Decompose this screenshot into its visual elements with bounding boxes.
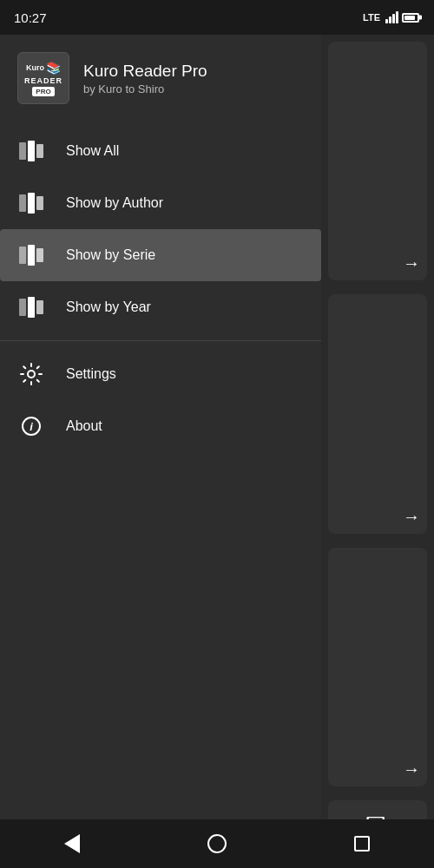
- show-all-icon: [17, 137, 45, 165]
- settings-gear-icon: [17, 360, 45, 388]
- show-by-author-label: Show by Author: [66, 195, 163, 211]
- status-time: 10:27: [14, 10, 47, 25]
- logo-pro-badge: PRO: [32, 87, 54, 96]
- lte-icon: LTE: [363, 12, 380, 23]
- menu-divider: [0, 340, 321, 341]
- svg-rect-6: [36, 144, 43, 158]
- svg-rect-8: [28, 193, 35, 214]
- logo-book-icon: 📚: [46, 61, 61, 75]
- show-all-label: Show All: [66, 143, 119, 159]
- svg-rect-9: [36, 196, 43, 210]
- app-subtitle: by Kuro to Shiro: [83, 82, 207, 95]
- logo-kuro-text: Kuro: [26, 63, 44, 72]
- info-circle-icon: i: [22, 417, 41, 436]
- svg-rect-14: [28, 297, 35, 318]
- status-bar: 10:27 LTE: [0, 0, 434, 35]
- menu-item-show-by-serie[interactable]: Show by Serie: [0, 229, 321, 281]
- recents-button[interactable]: [336, 826, 388, 861]
- arrow-icon-1: →: [403, 253, 420, 273]
- home-button[interactable]: [191, 826, 243, 861]
- content-card-3[interactable]: →: [328, 548, 427, 786]
- signal-icon: [385, 11, 398, 23]
- svg-rect-4: [19, 142, 26, 160]
- menu-item-settings[interactable]: Settings: [0, 348, 321, 400]
- svg-rect-13: [19, 299, 26, 316]
- main-content-right: → → →: [321, 35, 434, 868]
- about-label: About: [66, 418, 102, 434]
- logo-reader-text: READER: [24, 76, 62, 85]
- menu-item-about[interactable]: i About: [0, 400, 321, 452]
- svg-rect-5: [28, 141, 35, 161]
- drawer-menu: Show All Show by Author Sh: [0, 125, 321, 452]
- svg-rect-11: [28, 245, 35, 266]
- svg-rect-10: [19, 247, 26, 264]
- show-by-author-icon: [17, 189, 45, 217]
- show-by-year-icon: [17, 293, 45, 321]
- content-card-1[interactable]: →: [328, 42, 427, 280]
- show-by-serie-icon: [17, 241, 45, 269]
- svg-rect-7: [19, 194, 26, 212]
- menu-item-show-by-year[interactable]: Show by Year: [0, 281, 321, 333]
- back-icon: [64, 834, 80, 853]
- back-button[interactable]: [46, 826, 98, 861]
- bottom-navigation: [0, 819, 434, 868]
- show-by-year-label: Show by Year: [66, 299, 151, 315]
- home-icon: [207, 834, 227, 853]
- app-info: Kuro Reader Pro by Kuro to Shiro: [83, 62, 207, 95]
- menu-item-show-all[interactable]: Show All: [0, 125, 321, 177]
- content-card-2[interactable]: →: [328, 294, 427, 533]
- recents-icon: [354, 836, 370, 852]
- arrow-icon-3: →: [403, 760, 420, 779]
- about-info-icon: i: [17, 412, 45, 440]
- navigation-drawer: Kuro 📚 READER PRO Kuro Reader Pro by Kur…: [0, 35, 321, 868]
- app-logo: Kuro 📚 READER PRO: [17, 52, 69, 104]
- drawer-header: Kuro 📚 READER PRO Kuro Reader Pro by Kur…: [0, 35, 321, 122]
- arrow-icon-2: →: [403, 507, 420, 527]
- status-icons: LTE: [363, 11, 420, 23]
- settings-label: Settings: [66, 366, 116, 382]
- svg-point-16: [28, 371, 35, 378]
- app-title: Kuro Reader Pro: [83, 62, 207, 81]
- menu-item-show-by-author[interactable]: Show by Author: [0, 177, 321, 229]
- battery-icon: [402, 13, 420, 23]
- show-by-serie-label: Show by Serie: [66, 247, 155, 263]
- svg-rect-15: [36, 300, 43, 314]
- svg-rect-12: [36, 248, 43, 262]
